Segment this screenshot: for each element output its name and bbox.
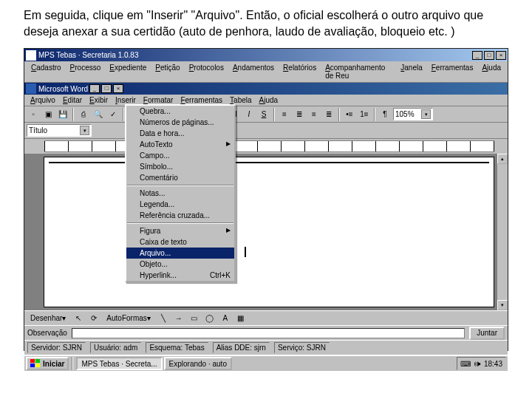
- outer-menu-janela[interactable]: Janela: [396, 63, 426, 81]
- status-usuario: Usuário: adm: [90, 342, 141, 353]
- submenu-arrow-icon: ▶: [226, 227, 231, 235]
- menu-item-legenda-[interactable]: Legenda...: [126, 199, 234, 210]
- document-area[interactable]: ▴ ▾: [24, 154, 508, 310]
- style-value: Título: [29, 126, 47, 134]
- tray-clock: 18:43: [484, 360, 502, 368]
- menu-item-campo-[interactable]: Campo...: [126, 150, 234, 161]
- outer-menu-petição[interactable]: Petição: [151, 63, 184, 81]
- close-button[interactable]: ×: [496, 51, 506, 60]
- chevron-down-icon[interactable]: ▾: [421, 109, 431, 119]
- print-icon[interactable]: ⎙: [77, 108, 90, 121]
- vertical-scrollbar[interactable]: ▴ ▾: [497, 154, 508, 310]
- bullets-icon[interactable]: •≡: [343, 108, 356, 121]
- word-menu-exibir[interactable]: Exibir: [86, 95, 112, 105]
- menu-item-notas-[interactable]: Notas...: [126, 188, 234, 199]
- menu-item-arquivo-[interactable]: Arquivo...: [126, 248, 234, 259]
- word-maximize-button[interactable]: □: [101, 84, 112, 93]
- menu-item-figura[interactable]: Figura▶: [126, 225, 234, 236]
- outer-menu-protocolos[interactable]: Protocolos: [185, 63, 228, 81]
- align-right-icon[interactable]: ≡: [307, 108, 321, 121]
- outer-menu-expediente[interactable]: Expediente: [105, 63, 151, 81]
- justify-icon[interactable]: ≣: [322, 108, 335, 121]
- minimize-button[interactable]: _: [472, 51, 482, 60]
- observation-row: Observação Juntar: [24, 325, 508, 340]
- spellcheck-icon[interactable]: ✓: [106, 108, 120, 121]
- menu-item-label: Objeto...: [140, 260, 168, 268]
- outer-menu-ajuda[interactable]: Ajuda: [477, 63, 505, 81]
- numbering-icon[interactable]: 1≡: [358, 108, 371, 121]
- desenhar-button[interactable]: Desenhar ▾: [27, 312, 69, 325]
- word-minimize-button[interactable]: _: [89, 84, 100, 93]
- maximize-button[interactable]: □: [484, 51, 494, 60]
- status-bar: Servidor: SJRN Usuário: adm Esquema: Teb…: [24, 340, 508, 355]
- menu-item-data-e-hora-[interactable]: Data e hora...: [126, 128, 234, 139]
- windows-taskbar: Iniciar MPS Tebas · Secreta...Explorando…: [24, 355, 508, 371]
- style-combo[interactable]: Título ▾: [27, 124, 92, 137]
- system-tray[interactable]: ⌨ 🕪 18:43: [457, 357, 506, 370]
- word-menu-ajuda[interactable]: Ajuda: [256, 95, 282, 105]
- menu-item-label: Quebra...: [140, 107, 171, 115]
- fill-color-icon[interactable]: ▦: [234, 312, 248, 325]
- align-center-icon[interactable]: ≣: [293, 108, 306, 121]
- menu-item-refer-ncia-cruzada-[interactable]: Referência cruzada...: [126, 210, 234, 221]
- outer-menu-cadastro[interactable]: Cadastro: [27, 63, 66, 81]
- menu-item-hyperlink-[interactable]: Hyperlink...Ctrl+K: [126, 270, 234, 281]
- rectangle-icon[interactable]: ▭: [188, 312, 201, 325]
- menu-item-n-meros-de-p-ginas-[interactable]: Números de páginas...: [126, 117, 234, 128]
- menu-item-coment-rio[interactable]: Comentário: [126, 172, 234, 183]
- outer-app-window: MPS Tebas · Secretaria 1.0.83 _ □ × Cada…: [24, 48, 508, 351]
- word-menu-editar[interactable]: Editar: [59, 95, 86, 105]
- menu-item-objeto-[interactable]: Objeto...: [126, 259, 234, 270]
- rotate-icon[interactable]: ⟳: [87, 312, 100, 325]
- save-icon[interactable]: 💾: [56, 108, 69, 121]
- new-doc-icon[interactable]: ▫: [27, 108, 40, 121]
- open-icon[interactable]: ▣: [41, 108, 55, 121]
- juntar-button[interactable]: Juntar: [469, 327, 505, 340]
- zoom-combo[interactable]: 105% ▾: [393, 108, 433, 120]
- outer-title-text: MPS Tebas · Secretaria 1.0.83: [38, 51, 138, 59]
- ruler[interactable]: [44, 140, 494, 152]
- outer-menu-ferramentas[interactable]: Ferramentas: [427, 63, 478, 81]
- outer-menu-acompanhamento de reu[interactable]: Acompanhamento de Reu: [321, 63, 396, 81]
- italic-icon[interactable]: I: [242, 108, 256, 121]
- observation-input[interactable]: [72, 328, 465, 338]
- menu-item-label: Data e hora...: [140, 129, 185, 137]
- underline-icon[interactable]: S: [257, 108, 270, 121]
- select-objects-icon[interactable]: ↖: [72, 312, 85, 325]
- tray-icon[interactable]: ⌨: [460, 360, 471, 368]
- zoom-value: 105%: [395, 110, 415, 118]
- textbox-icon[interactable]: A: [219, 312, 232, 325]
- tray-icon[interactable]: 🕪: [474, 360, 481, 368]
- status-alias: Alias DDE: sjrn: [213, 342, 270, 353]
- outer-menubar: CadastroProcessoExpedientePetiçãoProtoco…: [24, 61, 508, 83]
- show-paragraph-icon[interactable]: ¶: [378, 108, 392, 121]
- scroll-down-icon[interactable]: ▾: [497, 300, 508, 310]
- menu-item-caixa-de-texto[interactable]: Caixa de texto: [126, 236, 234, 248]
- menu-item-label: Números de páginas...: [140, 118, 214, 126]
- outer-menu-relatórios[interactable]: Relatórios: [279, 63, 321, 81]
- menu-item-s-mbolo-[interactable]: Símbolo...: [126, 161, 234, 172]
- align-left-icon[interactable]: ≡: [278, 108, 291, 121]
- preview-icon[interactable]: 🔍: [92, 108, 105, 121]
- outer-menu-processo[interactable]: Processo: [66, 63, 106, 81]
- word-menu-arquivo[interactable]: Arquivo: [27, 95, 59, 105]
- observation-label: Observação: [27, 329, 67, 337]
- arrow-icon[interactable]: →: [172, 312, 185, 325]
- taskbar-app-button[interactable]: Explorando · auto: [164, 357, 232, 370]
- autoformas-button[interactable]: AutoFormas ▾: [103, 312, 154, 325]
- oval-icon[interactable]: ◯: [203, 312, 216, 325]
- menu-item-label: Referência cruzada...: [140, 211, 210, 219]
- page: [44, 157, 494, 307]
- start-button[interactable]: Iniciar: [26, 357, 69, 370]
- menu-divider: [127, 222, 233, 224]
- menu-item-label: Notas...: [140, 189, 165, 197]
- chevron-down-icon[interactable]: ▾: [80, 126, 89, 135]
- outer-menu-andamentos[interactable]: Andamentos: [228, 63, 279, 81]
- line-icon[interactable]: ╲: [157, 312, 170, 325]
- menu-item-quebra-[interactable]: Quebra...: [126, 106, 234, 117]
- menu-item-autotexto[interactable]: AutoTexto▶: [126, 139, 234, 150]
- taskbar-app-button[interactable]: MPS Tebas · Secreta...: [76, 357, 162, 370]
- scroll-up-icon[interactable]: ▴: [497, 154, 508, 164]
- word-close-button[interactable]: ×: [113, 84, 123, 93]
- menu-item-label: AutoTexto: [140, 140, 172, 149]
